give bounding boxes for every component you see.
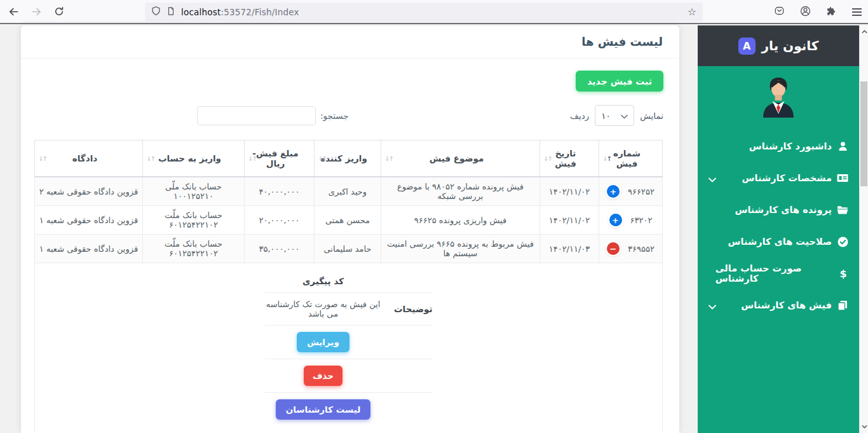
fiche-table-wrapper: شماره فیش↑↓تاریخ فیش↑↓موضوع فیش↑↓واریز ک…: [35, 140, 663, 433]
forward-icon[interactable]: [27, 3, 46, 20]
cell-court: قزوین دادگاه حقوقی شعبه ۱: [35, 206, 143, 235]
sidebar-item-label: داشبورد کارشناس: [749, 141, 832, 151]
column-label: شماره فیش: [613, 148, 641, 168]
detail-experts: لیست کارشناسان: [265, 393, 433, 426]
column-label: دادگاه: [72, 153, 97, 163]
table-controls: نمایش ۱۰ ردیف جستجو:: [21, 104, 679, 129]
cell-subject: فیش مربوط به پرونده ۹۶۶۵ بررسی امنیت سیس…: [381, 235, 540, 263]
scroll-down-icon[interactable]: [860, 422, 868, 432]
column-header-0[interactable]: شماره فیش↑↓: [599, 141, 663, 177]
column-header-4[interactable]: مبلغ فیش-ریال↑↓: [245, 141, 315, 177]
scrollbar[interactable]: [859, 25, 868, 433]
url-text: localhost:53572/Fish/Index: [181, 7, 299, 17]
brand-title: کانون یار: [762, 38, 819, 53]
cell-subject: فیش واریزی پرونده ۹۶۶۲۵: [381, 206, 540, 235]
table-row: ۳۶۹۵۵۲−۱۴۰۲/۱۱/۰۳فیش مربوط به پرونده ۹۶۶…: [35, 235, 663, 263]
chevron-placeholder: [709, 206, 716, 214]
scroll-up-icon[interactable]: [860, 27, 868, 37]
chevron-down-icon: [621, 112, 628, 119]
page-size-value: ۱۰: [601, 111, 611, 121]
pocket-icon[interactable]: [774, 6, 785, 18]
menu-hamburger-icon[interactable]: [852, 8, 862, 16]
table-row: ۶۳۲۰۲+۱۴۰۲/۱۱/۰۲فیش واریزی پرونده ۹۶۶۲۵م…: [35, 206, 663, 235]
sort-icon: ↑↓: [602, 155, 611, 162]
column-header-3[interactable]: واریز کننده↑↓: [315, 141, 381, 177]
cell-amount: ۳۵,۰۰۰,۰۰۰: [245, 235, 315, 263]
description-value: این فیش به صورت تک کارشناسه می باشد: [265, 299, 382, 319]
column-label: مبلغ فیش-ریال: [252, 148, 298, 168]
page-size-prefix-label: نمایش: [640, 111, 663, 121]
cell-date: ۱۴۰۲/۱۱/۰۳: [540, 235, 599, 263]
column-header-6[interactable]: دادگاه↑↓: [35, 141, 143, 177]
chevron-placeholder: [709, 142, 716, 150]
cell-account: حساب بانک ملّت ۶۰۱۲۵۴۲۲۱۰۲: [143, 235, 245, 263]
detail-tracking-code: کد پیگیری: [265, 270, 433, 293]
expand-row-button[interactable]: +: [609, 214, 622, 226]
sort-icon: ↑↓: [318, 155, 326, 162]
sort-icon: ↑↓: [146, 155, 154, 162]
experts-list-button[interactable]: لیست کارشناسان: [276, 399, 371, 420]
fiche-number: ۹۶۶۲۵۲: [628, 187, 654, 196]
add-fiche-button[interactable]: ثبت فیش جدید: [576, 71, 663, 92]
sort-icon: ↑↓: [543, 155, 552, 162]
fiche-number: ۳۶۹۵۵۲: [628, 244, 654, 254]
column-header-5[interactable]: واریز به حساب↑↓: [143, 141, 245, 177]
cell-date: ۱۴۰۲/۱۱/۰۲: [540, 177, 599, 206]
cell-depositor: وحید اکبری: [315, 177, 381, 206]
sidebar-item-cases[interactable]: پرونده های کارشناس: [698, 194, 859, 226]
content-card: لیست فیش ها ثبت فیش جدید نمایش ۱۰ ردیف ج…: [21, 25, 679, 433]
sidebar-item-dashboard[interactable]: داشبورد کارشناس: [698, 130, 859, 162]
card-header: لیست فیش ها: [21, 25, 679, 58]
cell-date: ۱۴۰۲/۱۱/۰۲: [540, 206, 599, 235]
reload-icon[interactable]: [50, 3, 69, 20]
edit-button[interactable]: ویرایش: [297, 332, 349, 352]
sidebar-item-qualifications[interactable]: صلاحیت های کارشناس: [698, 226, 859, 258]
back-icon[interactable]: [4, 3, 23, 20]
chevron-placeholder: [709, 238, 716, 245]
sidebar-item-fiches[interactable]: فیش های کارشناس: [698, 289, 859, 321]
cell-subject: فیش پرونده شماره ۹۸۰۵۲ با موضوع بررسی شب…: [381, 177, 540, 206]
search-label: جستجو:: [320, 111, 349, 121]
column-label: تاریخ فیش: [555, 148, 576, 168]
sidebar-brand[interactable]: A کانون یار: [698, 25, 859, 66]
id-card-icon: [837, 172, 848, 184]
sort-icon: ↑↓: [384, 155, 393, 162]
column-label: موضوع فیش: [430, 153, 484, 163]
column-header-2[interactable]: موضوع فیش↑↓: [381, 141, 540, 177]
tracking-code-label: کد پیگیری: [265, 276, 382, 286]
page-title: لیست فیش ها: [581, 35, 663, 48]
chevron-down-icon: [709, 174, 716, 182]
column-header-1[interactable]: تاریخ فیش↑↓: [540, 141, 599, 177]
sidebar-item-profile[interactable]: مشخصات کارشناس: [698, 162, 859, 194]
detail-edit: ویرایش: [265, 326, 433, 359]
search-input[interactable]: [197, 106, 316, 125]
column-label: واریز کننده: [320, 153, 367, 163]
scrollbar-thumb[interactable]: [860, 81, 867, 186]
collapse-row-button[interactable]: −: [607, 242, 620, 255]
sidebar-menu: داشبورد کارشناسمشخصات کارشناسپرونده های …: [698, 130, 859, 321]
copy-icon: [837, 299, 848, 311]
expand-row-button[interactable]: +: [607, 185, 620, 198]
bookmark-star-icon[interactable]: ☆: [688, 7, 696, 17]
url-bar[interactable]: localhost:53572/Fish/Index ☆: [145, 3, 703, 22]
cell-court: قزوین دادگاه حقوقی شعبه ۲: [35, 177, 143, 206]
page-size-select[interactable]: ۱۰: [595, 105, 634, 126]
cell-court: قزوین دادگاه حقوقی شعبه ۱: [35, 235, 143, 263]
user-avatar: [756, 74, 801, 118]
sidebar-item-financial[interactable]: صورت حساب مالی کارشناس$: [698, 258, 859, 289]
sidebar-item-label: مشخصات کارشناس: [742, 173, 832, 183]
extensions-puzzle-icon[interactable]: [826, 6, 837, 19]
fiche-table: شماره فیش↑↓تاریخ فیش↑↓موضوع فیش↑↓واریز ک…: [34, 140, 663, 433]
sidebar-item-label: صورت حساب مالی کارشناس: [715, 263, 833, 284]
check-circle-icon: [837, 236, 848, 247]
delete-button[interactable]: حذف: [304, 366, 342, 386]
cell-account: حساب بانک ملّت ۶۰۱۲۵۴۲۲۱۰۲: [143, 206, 245, 235]
account-icon[interactable]: [800, 6, 811, 19]
cell-account: حساب بانک ملّی ۱۰۰۱۲۵۲۱۰: [143, 177, 245, 206]
cell-amount: ۲۰,۰۰۰,۰۰۰: [245, 206, 315, 235]
row-details: کد پیگیریتوضیحاتاین فیش به صورت تک کارشن…: [265, 270, 433, 426]
shield-icon[interactable]: [151, 6, 161, 18]
sidebar-item-label: پرونده های کارشناس: [735, 205, 832, 215]
sidebar-item-label: فیش های کارشناس: [741, 300, 832, 310]
page-info-icon[interactable]: [166, 6, 175, 18]
